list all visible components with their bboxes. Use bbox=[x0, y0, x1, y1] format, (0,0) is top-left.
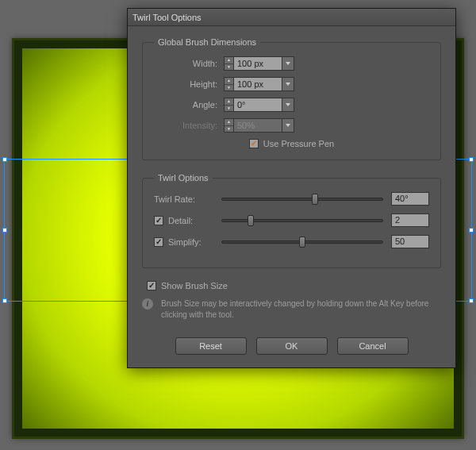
angle-dropdown[interactable] bbox=[282, 98, 294, 112]
intensity-field: ▲▼ 50% bbox=[224, 118, 294, 133]
angle-field[interactable]: ▲▼ 0° bbox=[224, 98, 294, 112]
detail-label: Detail: bbox=[168, 216, 193, 225]
reset-button[interactable]: Reset bbox=[175, 337, 247, 355]
info-icon: i bbox=[142, 298, 153, 310]
width-dropdown[interactable] bbox=[282, 56, 294, 71]
resize-handle[interactable] bbox=[2, 157, 7, 162]
simplify-checkbox[interactable] bbox=[154, 237, 163, 247]
resize-handle[interactable] bbox=[469, 298, 474, 303]
simplify-value[interactable]: 50 bbox=[391, 235, 429, 248]
cancel-button[interactable]: Cancel bbox=[337, 337, 409, 355]
show-brush-size-label: Show Brush Size bbox=[161, 281, 228, 290]
resize-handle[interactable] bbox=[469, 228, 474, 233]
width-input[interactable]: 100 px bbox=[233, 56, 282, 71]
pressure-pen-checkbox[interactable] bbox=[249, 139, 259, 148]
slider-thumb[interactable] bbox=[312, 194, 318, 205]
spinner-up-down-icon[interactable]: ▲▼ bbox=[224, 77, 233, 91]
ok-button[interactable]: OK bbox=[256, 337, 328, 355]
detail-checkbox[interactable] bbox=[154, 216, 163, 225]
height-input[interactable]: 100 px bbox=[233, 77, 282, 91]
dialog-titlebar[interactable]: Twirl Tool Options bbox=[128, 9, 455, 26]
width-field[interactable]: ▲▼ 100 px bbox=[224, 56, 294, 71]
simplify-label: Simplify: bbox=[168, 237, 202, 247]
resize-handle[interactable] bbox=[2, 298, 7, 303]
height-label: Height: bbox=[154, 79, 224, 89]
global-brush-fieldset: Global Brush Dimensions Width: ▲▼ 100 px… bbox=[142, 37, 441, 160]
twirl-rate-label: Twirl Rate: bbox=[154, 194, 195, 204]
global-brush-legend: Global Brush Dimensions bbox=[154, 37, 260, 47]
spinner-up-down-icon: ▲▼ bbox=[224, 118, 233, 133]
slider-thumb[interactable] bbox=[299, 237, 305, 248]
intensity-label: Intensity: bbox=[154, 121, 224, 130]
detail-value[interactable]: 2 bbox=[391, 213, 429, 227]
twirl-options-legend: Twirl Options bbox=[154, 173, 213, 183]
height-dropdown[interactable] bbox=[282, 77, 294, 91]
width-label: Width: bbox=[154, 59, 224, 68]
intensity-input: 50% bbox=[233, 118, 282, 133]
dialog-title: Twirl Tool Options bbox=[132, 13, 202, 22]
resize-handle[interactable] bbox=[2, 228, 7, 233]
twirl-options-fieldset: Twirl Options Twirl Rate: 40° Detail: bbox=[142, 173, 441, 268]
spinner-up-down-icon[interactable]: ▲▼ bbox=[224, 98, 233, 112]
spinner-up-down-icon[interactable]: ▲▼ bbox=[224, 56, 233, 71]
twirl-rate-value[interactable]: 40° bbox=[391, 192, 429, 206]
angle-input[interactable]: 0° bbox=[233, 98, 282, 112]
simplify-slider[interactable] bbox=[221, 236, 383, 248]
pressure-pen-label: Use Pressure Pen bbox=[263, 139, 334, 148]
twirl-rate-slider[interactable] bbox=[221, 193, 383, 206]
info-text: Brush Size may be interactively changed … bbox=[161, 298, 441, 320]
angle-label: Angle: bbox=[154, 100, 224, 110]
dialog-body: Global Brush Dimensions Width: ▲▼ 100 px… bbox=[128, 26, 455, 367]
height-field[interactable]: ▲▼ 100 px bbox=[224, 77, 294, 91]
intensity-dropdown bbox=[282, 118, 294, 133]
detail-slider[interactable] bbox=[221, 214, 383, 227]
twirl-options-dialog: Twirl Tool Options Global Brush Dimensio… bbox=[127, 8, 456, 368]
slider-thumb[interactable] bbox=[248, 215, 254, 226]
resize-handle[interactable] bbox=[469, 157, 474, 162]
show-brush-size-checkbox[interactable] bbox=[147, 281, 156, 290]
